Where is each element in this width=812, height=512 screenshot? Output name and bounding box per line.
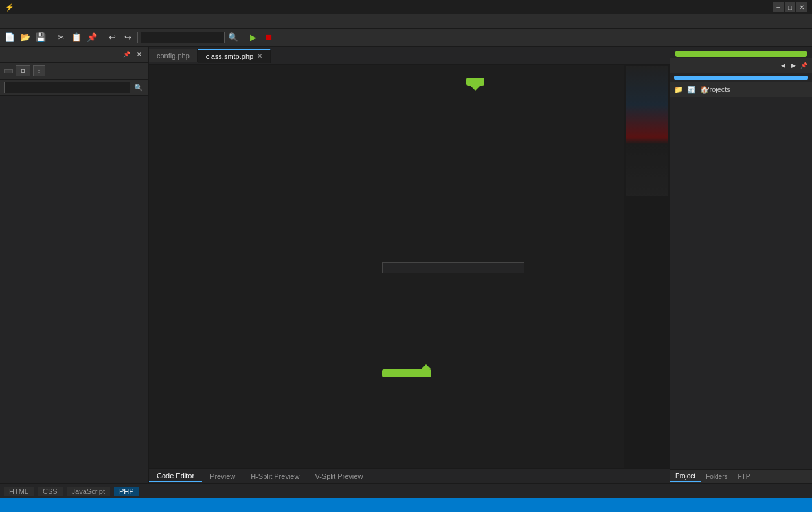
toolbar-separator-2 — [102, 32, 102, 43]
save-button[interactable]: 💾 — [34, 30, 48, 45]
toolbar-separator-4 — [243, 32, 243, 43]
title-bar-controls[interactable]: − □ ✕ — [773, 2, 807, 12]
menu-insert[interactable] — [34, 20, 44, 23]
panel-close-button[interactable]: ✕ — [134, 49, 144, 60]
powerful-editor-callout-container — [466, 78, 484, 86]
code-intelligence-callout — [382, 369, 431, 377]
tab-config-label: config.php — [157, 52, 190, 60]
menu-script[interactable] — [85, 20, 96, 23]
editor-area: config.php class.smtp.php ✕ — [149, 47, 670, 483]
redo-button[interactable]: ↪ — [120, 30, 135, 45]
fe-new-folder-btn[interactable]: 📁 — [673, 84, 684, 95]
menu-help[interactable] — [168, 20, 179, 23]
search-button[interactable]: 🔍 — [226, 30, 240, 45]
bottom-bar: Code Editor Preview H-Split Preview V-Sp… — [149, 468, 670, 483]
tab-bar: config.php class.smtp.php ✕ — [149, 47, 670, 65]
menu-search[interactable] — [23, 20, 34, 23]
panel-dock-button[interactable]: 📌 — [121, 49, 131, 60]
cut-button[interactable]: ✂ — [54, 30, 68, 45]
search-row: 🔍 — [0, 80, 148, 96]
maximize-button[interactable]: □ — [785, 2, 795, 12]
code-container — [149, 65, 670, 468]
search-input[interactable] — [141, 32, 225, 43]
tab-config-php[interactable]: config.php — [149, 49, 198, 62]
menu-view[interactable] — [96, 20, 106, 23]
fe-tab-ftp[interactable]: FTP — [732, 472, 755, 482]
menu-css[interactable] — [54, 20, 65, 23]
tab-close-icon[interactable]: ✕ — [257, 52, 262, 60]
callout-arrow-up — [421, 364, 431, 369]
tooltip-box — [382, 262, 524, 273]
file-explorer-header: ◀ ▶ 📌 — [670, 58, 812, 73]
debugging-tools-callout — [675, 51, 807, 57]
menu-javascript[interactable] — [75, 20, 85, 23]
toolbar: 📄 📂 💾 ✂ 📋 📌 ↩ ↪ 🔍 ▶ ⏹ — [0, 29, 812, 47]
lang-tabs-bar: HTML CSS JavaScript PHP — [0, 483, 812, 498]
options-button[interactable]: ⚙ — [16, 65, 30, 76]
file-list — [670, 97, 812, 469]
run-button[interactable]: ▶ — [246, 30, 260, 45]
lang-tab-html[interactable]: HTML — [4, 487, 34, 496]
file-ftp-explorer-callout — [674, 76, 808, 80]
tab-h-split-preview[interactable]: H-Split Preview — [243, 471, 307, 482]
callout-arrow-down — [470, 86, 480, 91]
code-intelligence-callout-container — [382, 364, 431, 377]
menu-tab[interactable] — [106, 20, 117, 23]
app-icon: ⚡ — [5, 3, 14, 12]
lang-tab-css[interactable]: CSS — [38, 487, 63, 496]
debug-button[interactable]: ⏹ — [262, 30, 276, 45]
minimap-content — [624, 65, 670, 197]
menu-format[interactable] — [44, 20, 54, 23]
line-numbers — [149, 65, 181, 468]
sort-button[interactable]: ↕ — [33, 65, 45, 76]
explorer-search-input[interactable] — [4, 82, 130, 93]
title-bar: ⚡ − □ ✕ — [0, 0, 812, 14]
minimap — [624, 65, 670, 468]
menu-macro[interactable] — [148, 20, 158, 23]
code-explorer-header: 📌 ✕ — [0, 47, 148, 63]
fe-tab-project[interactable]: Project — [670, 471, 701, 482]
main-layout: 📌 ✕ ⚙ ↕ 🔍 config.php class.smtp.php — [0, 47, 812, 483]
fe-nav-left[interactable]: ◀ — [778, 61, 787, 70]
fe-projects-btn[interactable]: Projects — [712, 84, 723, 95]
tab-class-smtp-php[interactable]: class.smtp.php ✕ — [198, 49, 271, 63]
minimap-visual — [626, 66, 668, 196]
copy-button[interactable]: 📋 — [69, 30, 84, 45]
menu-bar — [0, 14, 812, 29]
fe-refresh-btn[interactable]: 🔄 — [686, 84, 697, 95]
file-explorer-controls: ◀ ▶ 📌 — [778, 61, 808, 70]
menu-project[interactable] — [117, 20, 127, 23]
lang-tab-php[interactable]: PHP — [114, 487, 139, 496]
minimize-button[interactable]: − — [773, 2, 784, 12]
explorer-search-button[interactable]: 🔍 — [133, 82, 144, 93]
refresh-button[interactable] — [4, 69, 13, 73]
menu-options[interactable] — [137, 20, 148, 23]
toolbar-separator-1 — [51, 32, 51, 43]
menu-php[interactable] — [65, 20, 75, 23]
code-explorer-label-container — [0, 96, 148, 101]
tab-v-split-preview[interactable]: V-Split Preview — [307, 471, 370, 482]
powerful-editor-callout — [466, 78, 484, 86]
paste-button[interactable]: 📌 — [85, 30, 99, 45]
lang-tab-javascript[interactable]: JavaScript — [67, 487, 110, 496]
undo-button[interactable]: ↩ — [105, 30, 119, 45]
status-bar — [0, 498, 812, 512]
close-button[interactable]: ✕ — [796, 2, 807, 12]
title-bar-left: ⚡ — [5, 3, 18, 12]
new-button[interactable]: 📄 — [3, 30, 17, 45]
menu-plugins[interactable] — [158, 20, 168, 23]
fe-bottom-tabs: Project Folders FTP — [670, 469, 812, 483]
file-explorer-panel: ◀ ▶ 📌 📁 🔄 🏠 Projects Project Folders FTP — [670, 47, 812, 483]
tab-code-editor[interactable]: Code Editor — [149, 471, 202, 482]
open-button[interactable]: 📂 — [18, 30, 32, 45]
fe-nav-right[interactable]: ▶ — [789, 61, 798, 70]
menu-tools[interactable] — [127, 20, 137, 23]
menu-file[interactable] — [3, 20, 13, 23]
tab-preview[interactable]: Preview — [202, 471, 243, 482]
fe-toolbar: 📁 🔄 🏠 Projects — [670, 82, 812, 97]
fe-tab-folders[interactable]: Folders — [701, 472, 732, 482]
code-explorer-toolbar: ⚙ ↕ — [0, 63, 148, 80]
panel-header-controls: 📌 ✕ — [121, 49, 144, 60]
menu-edit[interactable] — [13, 20, 23, 23]
fe-pin-button[interactable]: 📌 — [799, 61, 808, 70]
